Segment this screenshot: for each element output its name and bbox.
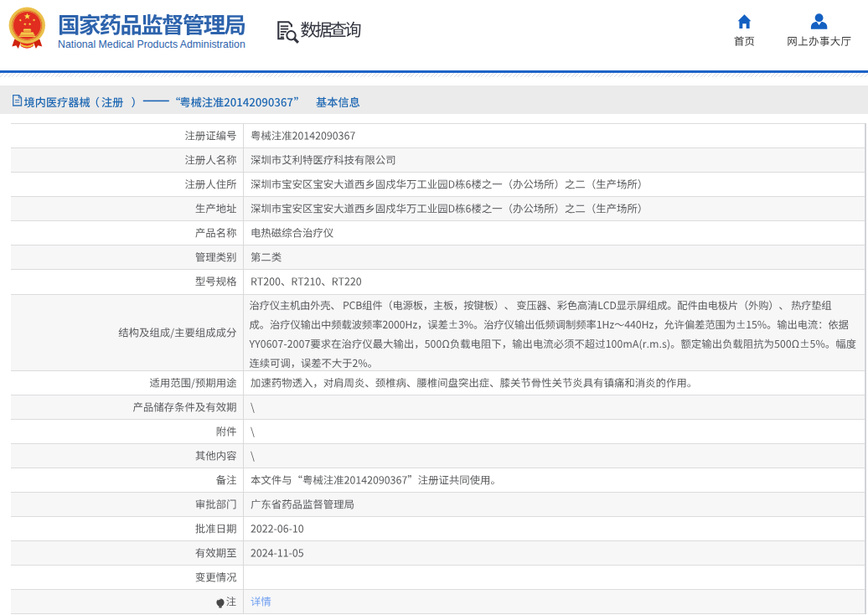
svg-text:National Medical Products Admi: National Medical Products Administration [58,38,245,50]
